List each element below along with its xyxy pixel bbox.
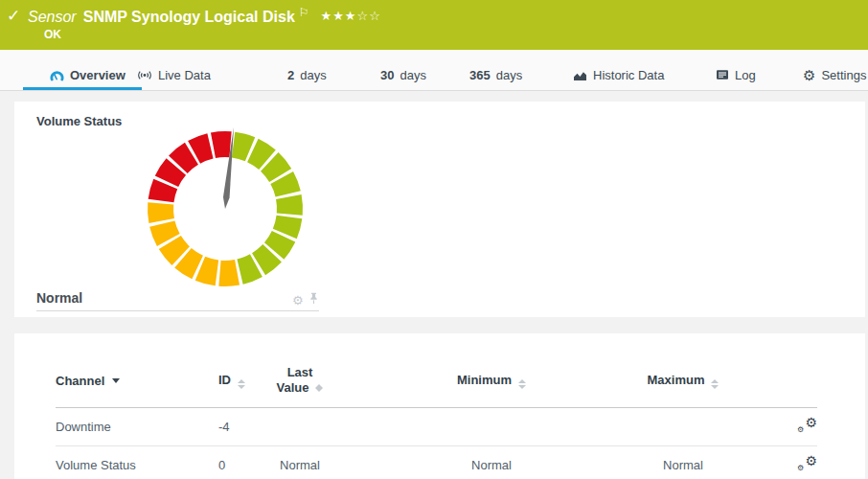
- gauge-icon: [50, 69, 64, 81]
- cell-id: 0: [218, 445, 257, 479]
- priority-stars[interactable]: ★★★☆☆: [321, 9, 381, 23]
- column-header-actions: [726, 354, 817, 407]
- tab-overview[interactable]: Overview: [50, 62, 126, 87]
- cell-actions: ⚙⚙: [726, 445, 817, 479]
- channels-table: Channel ID Last Value Minimum Maximum: [56, 354, 817, 479]
- cell-last-value: Normal: [257, 445, 343, 479]
- tile-footer-icons: ⚙: [292, 291, 318, 308]
- tile-settings-gear-icon[interactable]: ⚙: [292, 294, 304, 307]
- cell-maximum: [640, 407, 726, 445]
- sensor-title: SNMP Synology Logical Disk: [83, 9, 295, 25]
- cell-maximum: Normal: [640, 445, 726, 479]
- tab-settings[interactable]: ⚙ Settings: [803, 62, 866, 87]
- object-kind-label: Sensor: [28, 9, 77, 25]
- tab-bar: Overview Live Data 2 days 30 days 365 da…: [0, 50, 868, 91]
- cell-id: -4: [218, 407, 257, 445]
- log-icon: [716, 69, 729, 80]
- sort-icon: [238, 379, 245, 389]
- tab-live-data[interactable]: Live Data: [137, 62, 211, 87]
- tab-log[interactable]: Log: [716, 62, 756, 87]
- channel-settings-gears-icon[interactable]: ⚙⚙: [796, 455, 817, 472]
- volume-status-gauge: [139, 123, 311, 295]
- sensor-header: ✓ SensorSNMP Synology Logical Disk⚐★★★☆☆…: [0, 0, 868, 50]
- flag-icon[interactable]: ⚐: [299, 6, 309, 19]
- overview-panel: Volume Status Normal ⚙: [14, 102, 865, 317]
- tab-30-days[interactable]: 30 days: [380, 62, 426, 87]
- tile-divider: [36, 310, 319, 311]
- cell-minimum: Normal: [343, 445, 640, 479]
- tile-pin-icon[interactable]: [309, 291, 318, 308]
- column-header-minimum[interactable]: Minimum: [343, 354, 640, 407]
- tab-2-days[interactable]: 2 days: [287, 62, 327, 87]
- sort-icon: [315, 384, 323, 392]
- cell-channel: Volume Status: [56, 445, 218, 479]
- area-chart-icon: [573, 69, 587, 81]
- sort-icon: [518, 379, 526, 389]
- tab-historic-data[interactable]: Historic Data: [573, 62, 664, 87]
- column-header-channel[interactable]: Channel: [56, 354, 218, 407]
- gauge-title: Volume Status: [36, 114, 122, 128]
- table-row: Volume Status 0 Normal Normal Normal ⚙⚙: [56, 445, 817, 479]
- column-header-maximum[interactable]: Maximum: [640, 354, 726, 407]
- channel-settings-gears-icon[interactable]: ⚙⚙: [796, 417, 817, 434]
- gear-icon: ⚙: [803, 68, 815, 82]
- active-tab-underline: [23, 87, 142, 90]
- sensor-status-badge: OK: [44, 28, 61, 41]
- cell-actions: ⚙⚙: [726, 407, 817, 445]
- cell-channel: Downtime: [56, 407, 218, 445]
- tab-365-days[interactable]: 365 days: [469, 62, 522, 87]
- sort-desc-icon: [112, 378, 120, 383]
- table-header-row: Channel ID Last Value Minimum Maximum: [56, 354, 817, 407]
- sensor-title-line: SensorSNMP Synology Logical Disk⚐★★★☆☆: [28, 6, 381, 26]
- gauge-status-label: Normal: [36, 290, 82, 306]
- column-header-id[interactable]: ID: [218, 354, 257, 407]
- channels-panel: Channel ID Last Value Minimum Maximum: [14, 333, 865, 479]
- cell-last-value: [257, 407, 343, 445]
- table-row: Downtime -4 ⚙⚙: [56, 407, 817, 445]
- sort-icon: [711, 379, 719, 389]
- status-ok-check-icon: ✓: [7, 6, 20, 26]
- column-header-last-value[interactable]: Last Value: [257, 354, 343, 407]
- live-data-icon: [137, 69, 152, 81]
- cell-minimum: [343, 407, 640, 445]
